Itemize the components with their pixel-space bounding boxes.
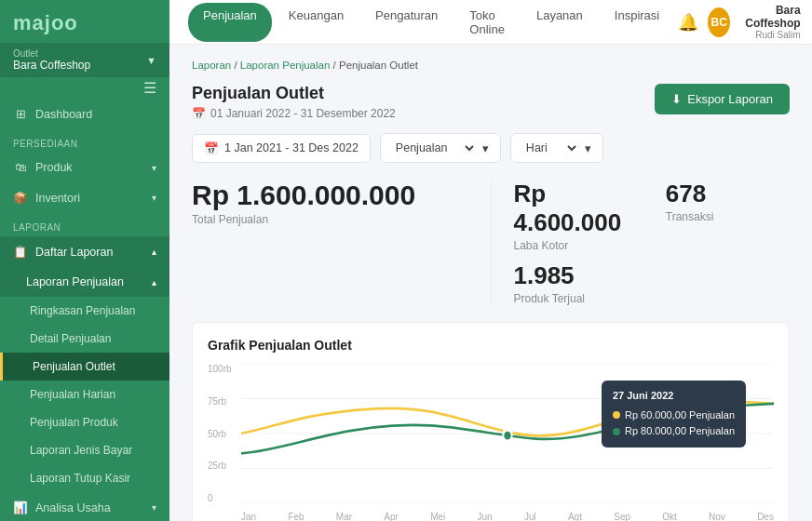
x-label-agt: Agt [568, 512, 582, 521]
sidebar-item-penjualan-harian[interactable]: Penjualan Harian [0, 381, 169, 408]
stat-divider-1 [491, 180, 492, 305]
breadcrumb-laporan[interactable]: Laporan [192, 60, 231, 71]
topnav: Penjualan Keuangan Pengaturan Toko Onlin… [188, 3, 674, 42]
page-title: Penjualan Outlet [192, 84, 396, 103]
x-label-jul: Jul [524, 512, 536, 521]
calendar-icon: 📅 [192, 107, 206, 120]
stat-transaksi: 678 Transaksi [666, 180, 790, 252]
chevron-icon: ▴ [152, 277, 156, 287]
x-label-sep: Sep [614, 512, 630, 521]
nav-penjualan[interactable]: Penjualan [188, 3, 272, 42]
section-laporan: LAPORAN [0, 213, 169, 236]
nav-keuangan[interactable]: Keuangan [274, 3, 359, 42]
user-menu[interactable]: BC Bara Coffeshop Rudi Salim [708, 4, 800, 40]
sidebar-item-penjualan-produk[interactable]: Penjualan Produk [0, 408, 169, 436]
export-button[interactable]: ⬇ Ekspor Laporan [655, 84, 790, 114]
content-area: Laporan / Laporan Penjualan / Penjualan … [169, 45, 812, 521]
chevron-icon: ▾ [152, 193, 156, 203]
sidebar-item-dashboard[interactable]: ⊞ Dashboard [0, 99, 169, 129]
type-select[interactable]: Penjualan Pengeluaran [392, 140, 477, 155]
y-label-0: 0 [208, 493, 237, 503]
chart-title: Grafik Penjualan Outlet [208, 338, 774, 353]
sidebar-item-laporan-penjualan[interactable]: Laporan Penjualan ▴ [0, 267, 169, 297]
page-date: 📅 01 Januari 2022 - 31 Desember 2022 [192, 107, 396, 120]
sidebar-menu-toggle[interactable]: ☰ [143, 79, 156, 97]
chart-container: 0 25rb 50rb 75rb 100rb [208, 364, 774, 521]
x-label-jun: Jun [478, 512, 493, 521]
nav-pengaturan[interactable]: Pengaturan [360, 3, 453, 42]
chevron-icon: ▴ [152, 247, 156, 257]
sidebar-item-penjualan-outlet[interactable]: Penjualan Outlet [0, 353, 169, 381]
outlet-selector[interactable]: Outlet Bara Coffeshop ▼ [0, 43, 169, 77]
chart-section: Grafik Penjualan Outlet 0 25rb 50rb 75rb… [192, 322, 790, 521]
logo: majoo [0, 0, 169, 43]
type-filter[interactable]: Penjualan Pengeluaran ▾ [380, 133, 501, 163]
nav-inspirasi[interactable]: Inspirasi [600, 3, 674, 42]
y-label-50: 50rb [208, 429, 237, 439]
x-label-des: Des [757, 512, 774, 521]
nav-toko-online[interactable]: Toko Online [454, 3, 520, 42]
sidebar-item-inventori[interactable]: 📦 Inventori ▾ [0, 182, 169, 213]
sidebar-item-ringkasan-penjualan[interactable]: Ringkasan Penjualan [0, 297, 169, 325]
x-axis-labels: Jan Feb Mar Apr Mei Jun Jul Agt Sep Okt … [241, 512, 774, 521]
user-role: Rudi Salim [738, 30, 800, 40]
chevron-icon: ▾ [152, 502, 156, 513]
dashboard-icon: ⊞ [13, 107, 28, 121]
stats-right: Rp 4.600.000 Laba Kotor 678 Transaksi 1.… [514, 180, 791, 305]
produk-terjual-value: 1.985 [514, 261, 791, 290]
x-label-okt: Okt [662, 512, 677, 521]
svg-point-6 [503, 431, 511, 441]
dropdown-icon: ▾ [482, 141, 489, 155]
x-label-jan: Jan [241, 512, 256, 521]
period-select[interactable]: Hari Minggu Bulan [522, 140, 579, 155]
chart-inner: 27 Juni 2022 Rp 60.000,00 Penjualan Rp 8… [241, 364, 774, 503]
notification-icon[interactable]: 🔔 [678, 12, 698, 33]
breadcrumb-laporan-penjualan[interactable]: Laporan Penjualan [240, 60, 331, 71]
chart-svg [241, 364, 774, 503]
laporan-icon: 📋 [13, 245, 28, 259]
breadcrumb: Laporan / Laporan Penjualan / Penjualan … [192, 60, 790, 71]
y-label-100: 100rb [208, 364, 237, 374]
y-label-75: 75rb [208, 396, 237, 407]
outlet-name: Bara Coffeshop [13, 59, 90, 72]
total-penjualan-value: Rp 1.600.000.000 [192, 180, 468, 211]
calendar-icon-small: 📅 [204, 141, 219, 155]
sidebar-item-daftar-laporan[interactable]: 📋 Daftar Laporan ▴ [0, 236, 169, 267]
nav-layanan[interactable]: Layanan [521, 3, 598, 42]
total-penjualan-label: Total Penjualan [192, 213, 468, 226]
analisa-icon: 📊 [13, 501, 28, 514]
x-label-apr: Apr [384, 512, 399, 521]
sidebar-item-analisa-usaha[interactable]: 📊 Analisa Usaha ▾ [0, 492, 169, 521]
breadcrumb-current: Penjualan Outlet [339, 60, 418, 71]
sidebar-item-produk[interactable]: 🛍 Produk ▾ [0, 153, 169, 182]
sidebar-nav: ⊞ Dashboard PERSEDIAAN 🛍 Produk ▾ 📦 Inve… [0, 99, 169, 521]
x-label-feb: Feb [288, 512, 304, 521]
stats-row: Rp 1.600.000.000 Total Penjualan Rp 4.60… [192, 180, 790, 305]
outlet-dropdown-icon[interactable]: ▼ [146, 55, 156, 66]
download-icon: ⬇ [671, 92, 682, 106]
laba-kotor-value: Rp 4.600.000 [514, 180, 638, 237]
period-filter[interactable]: Hari Minggu Bulan ▾ [510, 133, 603, 163]
topbar: Penjualan Keuangan Pengaturan Toko Onlin… [169, 0, 812, 45]
main-content: Penjualan Keuangan Pengaturan Toko Onlin… [169, 0, 812, 521]
date-filter[interactable]: 📅 1 Jan 2021 - 31 Des 2022 [192, 134, 371, 163]
sidebar-item-detail-penjualan[interactable]: Detail Penjualan [0, 325, 169, 353]
page-header: Penjualan Outlet 📅 01 Januari 2022 - 31 … [192, 84, 790, 120]
inventori-icon: 📦 [13, 191, 28, 205]
sidebar: majoo Outlet Bara Coffeshop ▼ ☰ ⊞ Dashbo… [0, 0, 169, 521]
chevron-icon: ▾ [152, 163, 156, 173]
stat-laba-kotor: Rp 4.600.000 Laba Kotor [514, 180, 638, 252]
y-label-25: 25rb [208, 461, 237, 471]
y-axis-labels: 0 25rb 50rb 75rb 100rb [208, 364, 237, 521]
section-persediaan: PERSEDIAAN [0, 129, 169, 153]
transaksi-value: 678 [666, 180, 790, 208]
stat-produk-terjual: 1.985 Produk Terjual [514, 261, 791, 305]
x-label-mei: Mei [430, 512, 445, 521]
outlet-label: Outlet [13, 48, 90, 59]
topbar-right: 🔔 BC Bara Coffeshop Rudi Salim ⋮ [678, 4, 812, 40]
filters-row: 📅 1 Jan 2021 - 31 Des 2022 Penjualan Pen… [192, 133, 790, 163]
sidebar-item-laporan-tutup-kasir[interactable]: Laporan Tutup Kasir [0, 464, 169, 492]
laba-kotor-label: Laba Kotor [514, 239, 638, 252]
produk-icon: 🛍 [13, 161, 28, 174]
sidebar-item-laporan-jenis-bayar[interactable]: Laporan Jenis Bayar [0, 436, 169, 464]
